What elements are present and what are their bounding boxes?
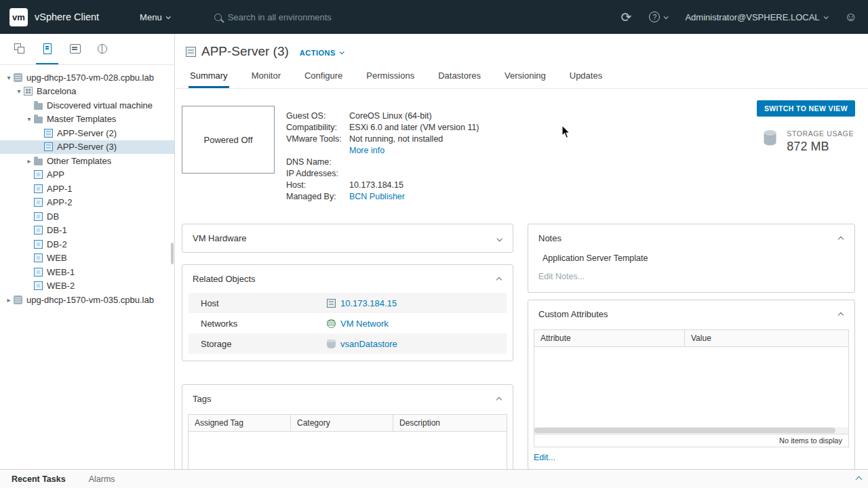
inventory-tab-hosts-and-clusters[interactable] (8, 34, 31, 64)
collapse-caret-icon[interactable]: ▾ (4, 74, 14, 81)
collapse-icon[interactable] (496, 272, 502, 285)
summary-detail-value: 10.173.184.15 (349, 180, 403, 191)
related-object-link[interactable]: vsanDatastore (340, 339, 397, 349)
summary-detail-link[interactable]: More info (349, 145, 384, 157)
tree-item[interactable]: ▸Other Templates (0, 154, 174, 168)
bottom-tab-recent-tasks[interactable]: Recent Tasks (0, 470, 77, 488)
collapse-caret-icon[interactable]: ▾ (24, 115, 34, 123)
storage-disk-icon (762, 129, 778, 149)
tags-column-header[interactable]: Description (393, 415, 507, 431)
tree-item-label: APP-1 (47, 184, 73, 194)
tree-item[interactable]: APP-Server (3) (0, 140, 174, 155)
app-title: vSphere Client (35, 12, 99, 22)
collapse-caret-icon[interactable]: ▾ (14, 87, 24, 95)
tree-item[interactable]: Discovered virtual machine (0, 98, 174, 113)
tree-item[interactable]: WEB-1 (0, 265, 174, 279)
summary-detail-label: DNS Name: (286, 157, 349, 168)
custom-attributes-card: Custom Attributes AttributeValue No item… (528, 300, 855, 469)
tree-item[interactable]: ▾upg-dhcp-1570-vm-028.cpbu.lab (0, 70, 174, 85)
tree-item[interactable]: ▸upg-dhcp-1570-vm-035.cpbu.lab (0, 293, 174, 307)
summary-detail-label: Managed By: (286, 191, 349, 203)
summary-detail-row: IP Addresses: (286, 168, 479, 180)
tab-monitor[interactable]: Monitor (250, 65, 282, 88)
help-menu[interactable]: ? (649, 12, 667, 22)
expand-caret-icon[interactable]: ▸ (24, 157, 34, 165)
tree-item[interactable]: WEB-2 (0, 279, 174, 293)
horizontal-scrollbar[interactable] (534, 427, 848, 434)
summary-detail-row: Host:10.173.184.15 (286, 180, 479, 191)
menu-button[interactable]: Menu (140, 12, 170, 22)
edit-custom-attributes-link[interactable]: Edit... (528, 447, 557, 469)
custom-attributes-table-body (534, 347, 848, 427)
vm-icon (34, 253, 43, 262)
tags-column-header[interactable]: Category (291, 415, 393, 431)
tree-item[interactable]: DB (0, 209, 174, 224)
tree-item[interactable]: ▾Barcelona (0, 85, 174, 99)
scrollbar-thumb[interactable] (534, 428, 835, 433)
feedback-smiley-icon[interactable]: ☺ (845, 11, 857, 23)
search-icon (214, 14, 222, 21)
inventory-tab-networking[interactable] (92, 34, 114, 64)
custom-attributes-empty-text: No items to display (534, 434, 848, 447)
related-object-link[interactable]: 10.173.184.15 (340, 298, 397, 308)
summary-detail-row: Compatibility:ESXi 6.0 and later (VM ver… (286, 122, 479, 134)
tree-item[interactable]: APP-1 (0, 182, 174, 196)
user-menu[interactable]: Administrator@VSPHERE.LOCAL (685, 12, 827, 22)
tab-summary[interactable]: Summary (189, 65, 229, 88)
collapse-icon[interactable] (496, 392, 502, 405)
tree-item[interactable]: APP (0, 168, 174, 182)
page-title: APP-Server (3) (201, 44, 289, 59)
tab-configure[interactable]: Configure (303, 65, 344, 88)
vm-console-thumbnail: Powered Off (182, 106, 275, 174)
tab-versioning[interactable]: Versioning (503, 65, 547, 88)
tags-column-header[interactable]: Assigned Tag (189, 415, 291, 431)
search-input[interactable] (228, 12, 438, 22)
storage-usage-block: STORAGE USAGE 872 MB (762, 129, 854, 154)
tags-card: Tags Assigned TagCategoryDescription (182, 384, 513, 469)
related-object-row: StoragevsanDatastore (189, 333, 507, 354)
summary-detail-row: Guest OS:CoreOS Linux (64-bit) (286, 110, 479, 122)
bottom-tab-alarms[interactable]: Alarms (77, 470, 127, 488)
tab-permissions[interactable]: Permissions (365, 65, 416, 88)
inventory-tab-storage[interactable] (64, 34, 86, 64)
related-object-row: NetworksVM Network (189, 313, 507, 333)
switch-to-new-view-button[interactable]: SWITCH TO NEW VIEW (757, 100, 855, 117)
custom-attributes-column-header[interactable]: Value (685, 330, 848, 346)
storage-usage-value: 872 MB (787, 140, 854, 154)
related-objects-card: Related Objects Host10.173.184.15Network… (182, 264, 513, 361)
top-bar: vm vSphere Client Menu ⟳ ? Administrator… (0, 0, 868, 34)
expand-icon[interactable] (496, 232, 502, 245)
refresh-icon[interactable]: ⟳ (621, 11, 632, 24)
actions-button[interactable]: ACTIONS (300, 49, 343, 57)
summary-detail-label: VMware Tools: (286, 134, 349, 145)
inventory-tree: ▾upg-dhcp-1570-vm-028.cpbu.lab▾Barcelona… (0, 65, 174, 307)
vm-icon (34, 212, 43, 221)
global-search[interactable] (214, 12, 438, 22)
tree-item[interactable]: ▾Master Templates (0, 113, 174, 127)
related-object-row: Host10.173.184.15 (189, 293, 507, 313)
template-icon (44, 142, 53, 151)
related-object-value: 10.173.184.15 (327, 298, 397, 308)
expand-caret-icon[interactable]: ▸ (4, 296, 14, 304)
topbar-right: ⟳ ? Administrator@VSPHERE.LOCAL ☺ (621, 11, 857, 24)
inventory-tab-vms-and-templates[interactable] (36, 34, 58, 64)
summary-detail-link[interactable]: BCN Publisher (349, 191, 405, 203)
vm-icon (34, 240, 43, 249)
related-object-link[interactable]: VM Network (340, 319, 389, 329)
expand-panel-icon[interactable] (856, 474, 861, 484)
tree-item[interactable]: WEB (0, 251, 174, 266)
tree-item[interactable]: DB-2 (0, 237, 174, 251)
edit-notes-link[interactable]: Edit Notes... (538, 272, 844, 281)
custom-attributes-column-header[interactable]: Attribute (534, 330, 685, 346)
hosts-and-clusters-icon (14, 43, 25, 54)
tab-datastores[interactable]: Datastores (437, 65, 482, 88)
sidebar-scrollbar[interactable] (171, 243, 174, 264)
tree-item[interactable]: DB-1 (0, 224, 174, 238)
collapse-icon[interactable] (837, 308, 844, 321)
tab-updates[interactable]: Updates (568, 65, 604, 88)
related-object-value: vsanDatastore (327, 339, 397, 349)
collapse-icon[interactable] (837, 232, 844, 245)
tree-item[interactable]: APP-Server (2) (0, 126, 174, 140)
summary-right-column: SWITCH TO NEW VIEW STORAGE USAGE 872 MB (757, 89, 855, 154)
tree-item[interactable]: APP-2 (0, 196, 174, 210)
